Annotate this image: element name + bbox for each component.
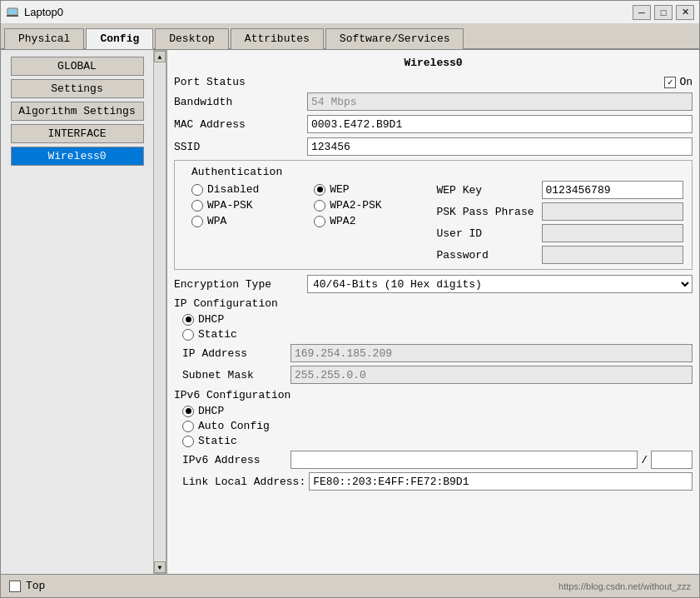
wep-fields: WEP Key PSK Pass Phrase User ID Pas: [437, 166, 684, 264]
psk-phrase-row: PSK Pass Phrase: [437, 202, 684, 221]
radio-wep-circle[interactable]: [314, 184, 325, 196]
window-title: Laptop0: [24, 6, 63, 18]
ip-address-input[interactable]: [290, 344, 693, 362]
radio-wpa2-psk[interactable]: WPA2-PSK: [314, 199, 429, 212]
ssid-label: SSID: [174, 141, 307, 153]
radio-wpa[interactable]: WPA: [191, 215, 307, 227]
radio-wpa-psk[interactable]: WPA-PSK: [191, 199, 307, 212]
ipv6-address-row: IPv6 Address /: [182, 451, 693, 469]
ssid-row: SSID: [174, 137, 693, 156]
password-input[interactable]: [542, 246, 684, 264]
ip-address-label: IP Address: [182, 347, 290, 360]
ip-radios: DHCP Static: [174, 313, 693, 341]
ipv6-dhcp-circle[interactable]: [182, 406, 194, 417]
ip-static-circle[interactable]: [182, 329, 194, 341]
tab-desktop[interactable]: Desktop: [155, 28, 229, 49]
wep-key-input[interactable]: [542, 181, 684, 199]
ip-dhcp-circle[interactable]: [182, 314, 194, 326]
top-label: Top: [26, 580, 45, 592]
tab-software-services[interactable]: Software/Services: [325, 28, 464, 49]
ssid-input[interactable]: [307, 137, 693, 156]
link-local-row: Link Local Address:: [182, 472, 693, 491]
wep-key-label: WEP Key: [437, 184, 537, 197]
bottom-left: Top: [9, 580, 45, 592]
mac-row: MAC Address: [174, 115, 693, 133]
sidebar-item-wireless0[interactable]: Wireless0: [11, 147, 144, 166]
encryption-select[interactable]: 40/64-Bits (10 Hex digits): [307, 275, 693, 293]
ip-static-label: Static: [198, 328, 237, 341]
ipv6-static-label: Static: [198, 435, 237, 447]
tab-attributes[interactable]: Attributes: [231, 28, 324, 49]
sidebar-item-algorithm-settings[interactable]: Algorithm Settings: [11, 102, 144, 121]
ipv6-auto-radio[interactable]: Auto Config: [182, 420, 693, 432]
ip-dhcp-radio[interactable]: DHCP: [182, 313, 693, 326]
radio-wpa2-circle[interactable]: [314, 216, 325, 227]
sidebar-scroll-container: GLOBAL Settings Algorithm Settings INTER…: [1, 50, 166, 574]
ipv6-static-circle[interactable]: [182, 436, 194, 447]
ip-config-section: IP Configuration DHCP Static IP Address: [174, 297, 693, 384]
link-local-input[interactable]: [309, 472, 693, 491]
ipv6-dhcp-radio[interactable]: DHCP: [182, 405, 693, 417]
on-checkbox[interactable]: ✓: [664, 77, 676, 88]
bandwidth-input[interactable]: [307, 92, 693, 111]
subnet-mask-row: Subnet Mask: [182, 366, 693, 384]
ipv6-auto-label: Auto Config: [198, 420, 270, 432]
wep-key-row: WEP Key: [437, 181, 684, 199]
ipv6-config-section: IPv6 Configuration DHCP Auto Config Stat…: [174, 389, 693, 491]
title-bar-controls: ─ □ ✕: [633, 5, 694, 20]
auth-title: Authentication: [183, 166, 430, 178]
ipv6-radios: DHCP Auto Config Static: [174, 405, 693, 447]
svg-rect-1: [7, 15, 18, 17]
tab-config[interactable]: Config: [86, 28, 153, 49]
sidebar: GLOBAL Settings Algorithm Settings INTER…: [1, 50, 167, 574]
radio-disabled-circle[interactable]: [191, 184, 203, 196]
radio-wpa2[interactable]: WPA2: [314, 215, 429, 227]
radio-wpa-label: WPA: [207, 215, 226, 227]
user-id-input[interactable]: [542, 224, 684, 242]
on-label: On: [679, 76, 693, 88]
authentication-section: Authentication Disabled WEP: [174, 160, 693, 270]
title-bar: Laptop0 ─ □ ✕: [1, 1, 699, 24]
ip-dhcp-label: DHCP: [198, 313, 224, 326]
content-area: GLOBAL Settings Algorithm Settings INTER…: [1, 50, 699, 574]
ipv6-static-radio[interactable]: Static: [182, 435, 693, 447]
sidebar-item-interface[interactable]: INTERFACE: [11, 124, 144, 143]
ip-address-row: IP Address: [182, 344, 693, 362]
scroll-up-arrow[interactable]: ▲: [154, 51, 166, 62]
tabs-bar: Physical Config Desktop Attributes Softw…: [1, 24, 699, 50]
sidebar-scrollbar: ▲ ▼: [153, 50, 166, 574]
sidebar-item-global[interactable]: GLOBAL: [11, 57, 144, 76]
subnet-mask-input[interactable]: [290, 366, 693, 384]
main-panel: Wireless0 Port Status ✓ On Bandwidth MAC…: [167, 50, 699, 574]
mac-input[interactable]: [307, 115, 693, 133]
bandwidth-label: Bandwidth: [174, 96, 307, 108]
radio-wpa-circle[interactable]: [191, 216, 203, 227]
maximize-button[interactable]: □: [654, 5, 673, 20]
minimize-button[interactable]: ─: [633, 5, 651, 20]
radio-wep[interactable]: WEP: [314, 183, 429, 196]
main-window: Laptop0 ─ □ ✕ Physical Config Desktop At…: [0, 0, 700, 598]
scroll-down-arrow[interactable]: ▼: [154, 561, 166, 573]
radio-wpa-psk-circle[interactable]: [191, 200, 203, 212]
radio-wpa-psk-label: WPA-PSK: [207, 199, 253, 212]
watermark: https://blog.csdn.net/without_zzz: [559, 581, 691, 591]
radio-wpa2-psk-circle[interactable]: [314, 200, 325, 212]
ipv6-slash: /: [641, 454, 648, 466]
psk-phrase-input[interactable]: [542, 202, 684, 221]
sidebar-items: GLOBAL Settings Algorithm Settings INTER…: [1, 50, 153, 574]
radio-disabled[interactable]: Disabled: [191, 183, 307, 196]
close-button[interactable]: ✕: [676, 5, 694, 20]
ipv6-address-label: IPv6 Address: [182, 454, 290, 466]
tab-physical[interactable]: Physical: [4, 28, 84, 49]
ipv6-dhcp-label: DHCP: [198, 405, 224, 417]
radio-disabled-label: Disabled: [207, 183, 259, 196]
ipv6-config-title: IPv6 Configuration: [174, 389, 693, 401]
password-row: Password: [437, 246, 684, 264]
sidebar-item-settings[interactable]: Settings: [11, 79, 144, 98]
ipv6-prefix-input[interactable]: [651, 451, 693, 469]
ipv6-address-input[interactable]: [290, 451, 638, 469]
ip-config-title: IP Configuration: [174, 297, 693, 310]
top-checkbox[interactable]: [9, 581, 21, 592]
ip-static-radio[interactable]: Static: [182, 328, 693, 341]
ipv6-auto-circle[interactable]: [182, 421, 194, 432]
